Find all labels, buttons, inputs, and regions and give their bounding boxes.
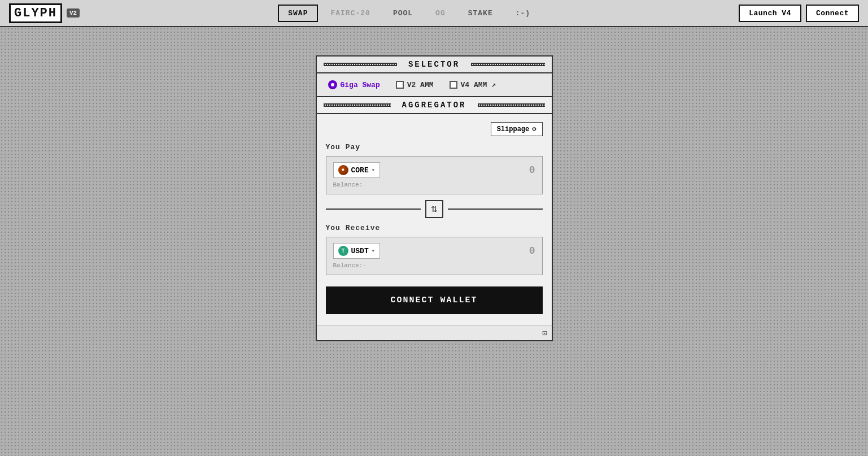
radio-giga-swap	[328, 80, 337, 89]
launch-v4-button[interactable]: Launch V4	[739, 5, 801, 22]
nav-stake[interactable]: STAKE	[458, 5, 503, 22]
selector-v4-amm[interactable]: V4 AMM ↗	[450, 80, 496, 89]
header: GLYPH V2 SWAP FAIRC-20 POOL OG STAKE :-)…	[0, 0, 868, 27]
selector-giga-swap[interactable]: Giga Swap	[328, 80, 380, 89]
pay-token-selector[interactable]: ● CORE ▾	[333, 162, 380, 178]
slippage-button[interactable]: Slippage ⚙	[491, 122, 543, 136]
main-content: SELECTOR Giga Swap V2 AMM V4 AMM ↗	[0, 27, 868, 341]
pay-token-balance: Balance:-	[333, 181, 535, 188]
checkbox-v4-amm	[450, 81, 457, 89]
receive-token-box: T USDT ▾ 0 Balance:-	[326, 237, 543, 275]
selector-title-lines-left	[324, 63, 397, 66]
swap-divider-line-left	[326, 209, 421, 210]
usdt-token-icon: T	[338, 246, 348, 256]
version-badge: V2	[67, 8, 80, 18]
receive-token-amount[interactable]: 0	[529, 245, 535, 257]
gear-icon: ⚙	[532, 125, 536, 133]
receive-token-selector[interactable]: T USDT ▾	[333, 243, 380, 259]
selector-v4-amm-label: V4 AMM ↗	[461, 80, 496, 89]
selector-giga-swap-label: Giga Swap	[341, 81, 380, 89]
selector-panel: SELECTOR Giga Swap V2 AMM V4 AMM ↗	[316, 55, 553, 96]
pay-token-amount[interactable]: 0	[529, 164, 535, 176]
pay-token-chevron: ▾	[372, 167, 375, 173]
expand-icon[interactable]: ⊡	[542, 328, 547, 338]
receive-token-chevron: ▾	[372, 247, 375, 254]
connect-wallet-button[interactable]: Connect Wallet	[326, 286, 543, 314]
aggregator-title-lines-left	[324, 103, 391, 107]
checkbox-v2-amm	[396, 81, 404, 89]
logo: GLYPH	[9, 3, 62, 23]
nav-pool[interactable]: POOL	[383, 5, 423, 22]
pay-token-box: ● CORE ▾ 0 Balance:-	[326, 156, 543, 194]
selector-options: Giga Swap V2 AMM V4 AMM ↗	[317, 73, 552, 96]
aggregator-title: AGGREGATOR	[395, 101, 473, 110]
panel-footer: ⊡	[317, 325, 552, 340]
nav-fairc20[interactable]: FAIRC-20	[320, 5, 380, 22]
selector-title-bar: SELECTOR	[317, 57, 552, 73]
you-receive-label: You Receive	[326, 224, 543, 232]
core-token-icon: ●	[338, 165, 348, 175]
nav: SWAP FAIRC-20 POOL OG STAKE :-)	[278, 5, 540, 22]
swap-divider-line-right	[448, 209, 543, 210]
aggregator-title-bar: AGGREGATOR	[317, 97, 552, 114]
connect-button[interactable]: Connect	[806, 5, 859, 22]
header-right: Launch V4 Connect	[739, 5, 859, 22]
selector-title-lines-right	[471, 63, 544, 66]
slippage-row: Slippage ⚙	[326, 122, 543, 136]
pay-token-row: ● CORE ▾ 0	[333, 162, 535, 178]
panels-container: SELECTOR Giga Swap V2 AMM V4 AMM ↗	[316, 55, 553, 341]
you-pay-label: You Pay	[326, 143, 543, 151]
nav-emoji[interactable]: :-)	[505, 5, 540, 22]
nav-swap[interactable]: SWAP	[278, 5, 318, 22]
swap-direction-button[interactable]: ⇅	[425, 200, 443, 218]
aggregator-title-lines-right	[478, 103, 545, 107]
swap-divider: ⇅	[326, 200, 543, 218]
receive-token-balance: Balance:-	[333, 262, 535, 269]
nav-og[interactable]: OG	[425, 5, 456, 22]
receive-token-symbol: USDT	[351, 247, 369, 255]
selector-v2-amm[interactable]: V2 AMM	[396, 81, 434, 89]
pay-token-symbol: CORE	[351, 166, 369, 175]
aggregator-panel: AGGREGATOR Slippage ⚙ You Pay ●	[316, 96, 553, 341]
aggregator-inner: Slippage ⚙ You Pay ● CORE ▾ 0	[317, 114, 552, 325]
logo-area: GLYPH V2	[9, 3, 80, 23]
selector-title: SELECTOR	[402, 60, 466, 69]
receive-token-row: T USDT ▾ 0	[333, 243, 535, 259]
selector-v2-amm-label: V2 AMM	[407, 81, 434, 89]
slippage-label: Slippage	[497, 125, 530, 133]
